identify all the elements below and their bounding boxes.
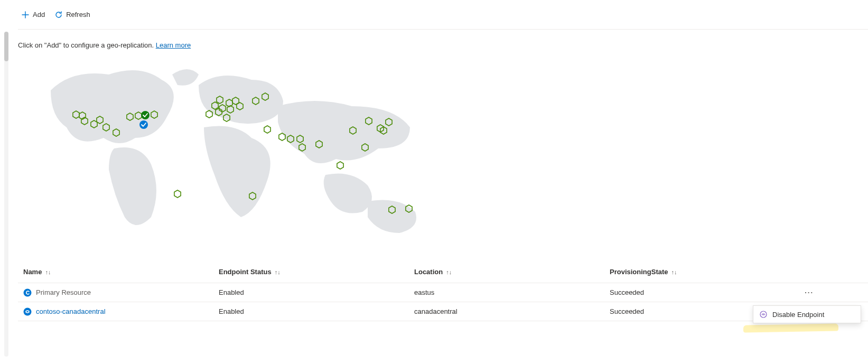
refresh-icon bbox=[54, 11, 63, 19]
active-region-icon[interactable] bbox=[141, 111, 150, 119]
toolbar: Add Refresh bbox=[18, 0, 868, 30]
map-svg bbox=[30, 59, 436, 251]
resource-link[interactable]: contoso-canadacentral bbox=[36, 307, 106, 315]
resource-name: Primary Resource bbox=[36, 288, 91, 296]
col-endpoint-status[interactable]: Endpoint Status↑↓ bbox=[213, 268, 409, 276]
cell-location: eastus bbox=[409, 288, 604, 296]
replicas-table: Name↑↓ Endpoint Status↑↓ Location↑↓ Prov… bbox=[18, 261, 868, 321]
left-rail: ‹ bbox=[0, 0, 3, 364]
col-provisioning-state[interactable]: ProvisioningState↑↓ bbox=[604, 268, 800, 276]
svg-point-2 bbox=[24, 288, 32, 296]
disable-endpoint-label: Disable Endpoint bbox=[772, 311, 824, 319]
notice-message: Click on "Add" to configure a geo-replic… bbox=[18, 41, 154, 49]
continents bbox=[51, 69, 416, 233]
svg-point-0 bbox=[141, 111, 150, 119]
plus-icon bbox=[21, 11, 30, 19]
sort-icon: ↑↓ bbox=[45, 269, 51, 275]
cell-endpoint-status: Enabled bbox=[213, 307, 409, 315]
table-body: Primary ResourceEnabledeastusSucceeded··… bbox=[18, 283, 868, 321]
scrollbar-thumb[interactable] bbox=[4, 32, 8, 61]
row-more-button[interactable]: ··· bbox=[800, 288, 821, 296]
cell-location: canadacentral bbox=[409, 307, 604, 315]
table-header: Name↑↓ Endpoint Status↑↓ Location↑↓ Prov… bbox=[18, 261, 868, 283]
add-label: Add bbox=[33, 11, 45, 18]
notice-text: Click on "Add" to configure a geo-replic… bbox=[18, 30, 868, 52]
region-hex-icon[interactable] bbox=[337, 162, 343, 169]
chevron-left-icon[interactable]: ‹ bbox=[0, 17, 1, 25]
sort-icon: ↑↓ bbox=[671, 269, 677, 275]
cell-name: Primary Resource bbox=[18, 288, 213, 297]
sort-icon: ↑↓ bbox=[275, 269, 281, 275]
learn-more-link[interactable]: Learn more bbox=[156, 41, 191, 49]
col-location[interactable]: Location↑↓ bbox=[409, 268, 604, 276]
svg-point-1 bbox=[139, 120, 148, 129]
table-row: Primary ResourceEnabledeastusSucceeded··… bbox=[18, 283, 868, 302]
region-hex-icon[interactable] bbox=[174, 190, 181, 198]
cell-name: contoso-canadacentral bbox=[18, 307, 213, 316]
cell-endpoint-status: Enabled bbox=[213, 288, 409, 296]
table-row: contoso-canadacentralEnabledcanadacentra… bbox=[18, 302, 868, 321]
svg-point-3 bbox=[24, 307, 32, 315]
primary-resource-icon bbox=[23, 288, 32, 297]
region-hex-icon[interactable] bbox=[264, 126, 270, 133]
refresh-button[interactable]: Refresh bbox=[54, 11, 90, 19]
refresh-label: Refresh bbox=[66, 11, 90, 18]
content-area: Add Refresh Click on "Add" to configure … bbox=[18, 0, 868, 364]
disable-endpoint-icon bbox=[760, 311, 767, 318]
replica-resource-icon bbox=[23, 307, 32, 316]
col-name[interactable]: Name↑↓ bbox=[18, 268, 213, 276]
sort-icon: ↑↓ bbox=[446, 269, 452, 275]
active-region-icon[interactable] bbox=[139, 120, 148, 129]
cell-provisioning-state: Succeeded bbox=[604, 288, 800, 296]
scrollbar[interactable] bbox=[4, 32, 8, 357]
add-button[interactable]: Add bbox=[21, 11, 45, 19]
world-map[interactable] bbox=[30, 59, 436, 251]
context-menu[interactable]: Disable Endpoint bbox=[753, 305, 861, 323]
